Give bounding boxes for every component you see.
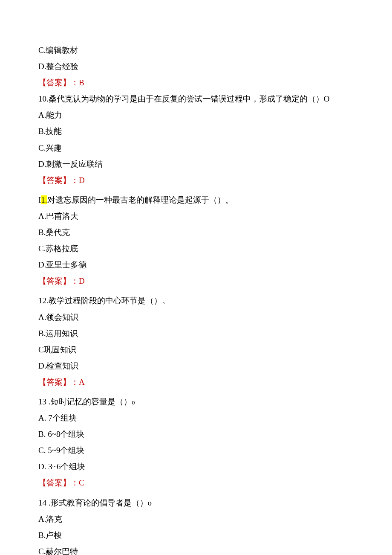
answer-q11: 【答案】：D [38,273,354,289]
question-12-stem: 12.教学过程阶段的中心环节是（）。 [38,293,354,308]
option-c-q11: C.苏格拉底 [38,241,354,256]
answer-q9: 【答案】：B [38,75,354,90]
question-10-stem: 10.桑代克认为动物的学习是由于在反复的尝试一错误过程中，形成了稳定的（）O [38,91,354,107]
answer-q13: 【答案】：C [38,475,354,491]
option-a-q12: A.领会知识 [38,310,354,325]
answer-q12: 【答案】：A [38,375,354,390]
option-d-q9: D.整合经验 [38,59,354,74]
answer-q10: 【答案】：D [38,173,354,188]
option-a-q14: A.洛克 [38,511,354,527]
question-11-stem: I1.对遗忘原因的一种最古老的解释理论是起源于（）。 [38,192,354,208]
option-d-q11: D.亚里士多德 [38,257,354,273]
option-b-q12: B.运用知识 [38,326,354,341]
option-c-q14: C.赫尔巴特 [38,544,354,555]
option-a-q10: A.能力 [38,108,354,123]
option-d-q12: D.检查知识 [38,358,354,374]
question-14-stem: 14 .形式教育论的倡导者是（）o [38,495,354,511]
option-b-q13: B. 6~8个组块 [38,427,354,442]
option-b-q11: B.桑代克 [38,225,354,240]
option-d-q13: D. 3~6个组块 [38,459,354,474]
q11-rest: 对遗忘原因的一种最古老的解释理论是起源于（）。 [47,195,233,204]
option-a-q11: A.巴甫洛夫 [38,209,354,224]
q11-highlight: 1. [41,195,47,204]
option-c-q10: C.兴趣 [38,140,354,156]
option-c-q9: C.编辑教材 [38,43,354,58]
question-13-stem: 13 .短时记忆的容量是（）₀ [38,394,354,410]
option-d-q10: D.刺激一反应联结 [38,157,354,172]
option-c-q12: C巩固知识 [38,342,354,357]
option-b-q14: B.卢梭 [38,528,354,543]
option-c-q13: C. 5~9个组块 [38,443,354,458]
option-a-q13: A. 7个组块 [38,410,354,426]
option-b-q10: B.技能 [38,124,354,139]
